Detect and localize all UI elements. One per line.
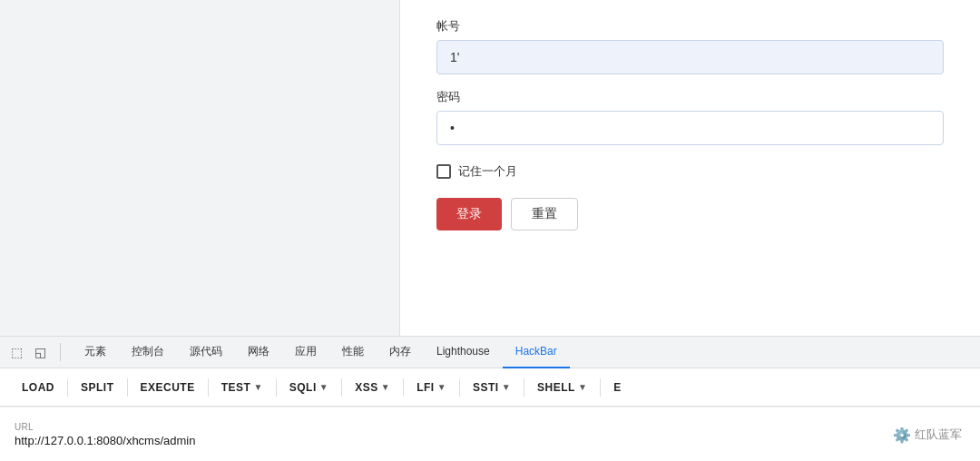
tab-performance[interactable]: 性能	[329, 336, 377, 368]
hackbar-lfi[interactable]: LFI ▼	[406, 376, 457, 399]
right-panel: 帐号 密码 记住一个月 登录 重置	[399, 0, 980, 336]
reset-button[interactable]: 重置	[511, 198, 578, 230]
devtools-tabbar: ⬚ ◱ 元素 控制台 源代码 网络 应用 性能 内存 Lighthouse Ha…	[0, 336, 980, 368]
remember-label: 记住一个月	[458, 163, 517, 180]
account-label: 帐号	[436, 18, 944, 34]
sqli-arrow: ▼	[319, 382, 328, 392]
xss-arrow: ▼	[381, 382, 390, 392]
tab-lighthouse[interactable]: Lighthouse	[424, 336, 503, 368]
login-button[interactable]: 登录	[436, 198, 502, 230]
divider-1	[67, 378, 68, 397]
divider-7	[459, 378, 460, 397]
remember-row: 记住一个月	[436, 163, 944, 180]
account-group: 帐号	[436, 18, 944, 74]
url-label: URL	[15, 422, 965, 432]
shell-arrow: ▼	[578, 382, 587, 392]
url-value: http://127.0.0.1:8080/xhcms/admin	[15, 434, 965, 447]
hackbar-test[interactable]: TEST ▼	[211, 376, 274, 399]
test-arrow: ▼	[253, 382, 262, 392]
lfi-arrow: ▼	[437, 382, 446, 392]
password-label: 密码	[436, 89, 944, 105]
watermark: ⚙️ 红队蓝军	[893, 426, 962, 443]
tab-sources[interactable]: 源代码	[177, 336, 235, 368]
hackbar-xss[interactable]: XSS ▼	[344, 376, 401, 399]
tab-hackbar[interactable]: HackBar	[503, 336, 570, 368]
watermark-text: 红队蓝军	[915, 427, 962, 443]
divider-2	[127, 378, 128, 397]
inspect-icon[interactable]: ◱	[31, 343, 49, 361]
divider-6	[403, 378, 404, 397]
divider-4	[276, 378, 277, 397]
hackbar-shell[interactable]: SHELL ▼	[526, 376, 598, 399]
devtools-icons: ⬚ ◱	[7, 343, 61, 361]
hackbar-sqli[interactable]: SQLI ▼	[279, 376, 339, 399]
tab-console[interactable]: 控制台	[119, 336, 177, 368]
tab-memory[interactable]: 内存	[377, 336, 424, 368]
hackbar-load[interactable]: LOAD	[11, 376, 65, 399]
hackbar-toolbar: LOAD SPLIT EXECUTE TEST ▼ SQLI ▼ XSS ▼ L…	[0, 368, 980, 407]
tab-elements[interactable]: 元素	[72, 336, 119, 368]
hackbar-ssti[interactable]: SSTI ▼	[462, 376, 522, 399]
password-input[interactable]	[436, 111, 944, 145]
hackbar-e[interactable]: E	[603, 376, 632, 399]
account-input[interactable]	[436, 40, 944, 74]
divider-3	[208, 378, 209, 397]
hackbar-split[interactable]: SPLIT	[70, 376, 125, 399]
password-group: 密码	[436, 89, 944, 145]
hackbar-execute[interactable]: EXECUTE	[130, 376, 206, 399]
divider-5	[341, 378, 342, 397]
watermark-icon: ⚙️	[893, 426, 911, 443]
cursor-icon[interactable]: ⬚	[7, 343, 25, 361]
ssti-arrow: ▼	[502, 382, 511, 392]
button-row: 登录 重置	[436, 198, 944, 230]
divider-9	[600, 378, 601, 397]
url-bar: URL http://127.0.0.1:8080/xhcms/admin ⚙️…	[0, 407, 980, 461]
left-panel	[0, 0, 399, 336]
tab-network[interactable]: 网络	[235, 336, 282, 368]
top-area: 帐号 密码 记住一个月 登录 重置	[0, 0, 980, 336]
tab-application[interactable]: 应用	[282, 336, 329, 368]
divider-8	[524, 378, 524, 397]
remember-checkbox[interactable]	[436, 164, 451, 179]
